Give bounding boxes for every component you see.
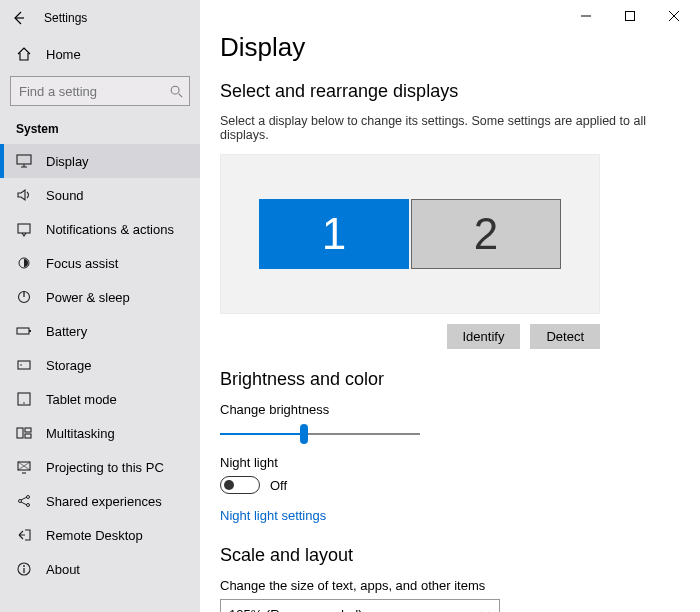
search-input[interactable]: [11, 77, 189, 105]
sidebar-item-label: Tablet mode: [46, 392, 117, 407]
slider-thumb[interactable]: [300, 424, 308, 444]
multitasking-icon: [16, 425, 32, 441]
page-title: Display: [220, 32, 680, 63]
chevron-down-icon: [479, 608, 491, 612]
notifications-icon: [16, 221, 32, 237]
svg-rect-13: [25, 434, 31, 438]
maximize-button[interactable]: [608, 2, 652, 30]
svg-point-19: [23, 565, 25, 567]
display-arrangement-canvas[interactable]: 1 2: [220, 154, 600, 314]
titlebar-left: Settings: [0, 0, 200, 36]
svg-rect-1: [17, 155, 31, 164]
sidebar-item-sound[interactable]: Sound: [0, 178, 200, 212]
svg-rect-20: [626, 12, 635, 21]
window-title: Settings: [44, 11, 87, 25]
display-number: 2: [474, 209, 498, 259]
search-box[interactable]: [10, 76, 190, 106]
svg-rect-11: [17, 428, 23, 438]
sidebar-item-label: Power & sleep: [46, 290, 130, 305]
identify-button[interactable]: Identify: [447, 324, 521, 349]
main-area: Display Select and rearrange displays Se…: [200, 0, 700, 612]
sidebar: Settings Home System DisplaySoundNotific…: [0, 0, 200, 612]
sidebar-item-battery[interactable]: Battery: [0, 314, 200, 348]
svg-point-0: [171, 86, 179, 94]
sidebar-item-label: Notifications & actions: [46, 222, 174, 237]
svg-rect-5: [17, 328, 29, 334]
sidebar-item-label: Storage: [46, 358, 92, 373]
back-button[interactable]: [8, 7, 30, 29]
toggle-knob: [224, 480, 234, 490]
sidebar-item-label: Battery: [46, 324, 87, 339]
sidebar-item-label: Shared experiences: [46, 494, 162, 509]
section-heading-brightness: Brightness and color: [220, 369, 680, 390]
sidebar-item-label: Home: [46, 47, 81, 62]
display-tile-1[interactable]: 1: [259, 199, 409, 269]
svg-rect-12: [25, 428, 31, 432]
svg-rect-6: [29, 330, 31, 332]
about-icon: [16, 561, 32, 577]
page-content: Display Select and rearrange displays Se…: [200, 0, 700, 612]
sidebar-item-label: Display: [46, 154, 89, 169]
svg-rect-2: [18, 224, 30, 233]
shared-icon: [16, 493, 32, 509]
focus-assist-icon: [16, 255, 32, 271]
sidebar-group-label: System: [0, 116, 200, 144]
sidebar-item-tablet-mode[interactable]: Tablet mode: [0, 382, 200, 416]
sidebar-item-shared-experiences[interactable]: Shared experiences: [0, 484, 200, 518]
night-light-toggle[interactable]: [220, 476, 260, 494]
section-heading-scale: Scale and layout: [220, 545, 680, 566]
sound-icon: [16, 187, 32, 203]
slider-fill: [220, 433, 304, 435]
arrange-description: Select a display below to change its set…: [220, 114, 680, 142]
battery-icon: [16, 323, 32, 339]
sidebar-item-label: Focus assist: [46, 256, 118, 271]
power-icon: [16, 289, 32, 305]
display-icon: [16, 153, 32, 169]
search-icon: [169, 84, 183, 98]
storage-icon: [16, 357, 32, 373]
projecting-icon: [16, 459, 32, 475]
sidebar-item-notifications-actions[interactable]: Notifications & actions: [0, 212, 200, 246]
section-heading-arrange: Select and rearrange displays: [220, 81, 680, 102]
sidebar-item-display[interactable]: Display: [0, 144, 200, 178]
tablet-icon: [16, 391, 32, 407]
sidebar-item-storage[interactable]: Storage: [0, 348, 200, 382]
arrange-buttons: Identify Detect: [220, 324, 600, 349]
scale-label: Change the size of text, apps, and other…: [220, 578, 680, 593]
brightness-label: Change brightness: [220, 402, 680, 417]
svg-point-8: [20, 364, 22, 366]
night-light-settings-link[interactable]: Night light settings: [220, 508, 326, 523]
display-tile-2[interactable]: 2: [411, 199, 561, 269]
sidebar-item-label: About: [46, 562, 80, 577]
settings-window: Settings Home System DisplaySoundNotific…: [0, 0, 700, 612]
sidebar-item-power-sleep[interactable]: Power & sleep: [0, 280, 200, 314]
scale-value: 125% (Recommended): [229, 607, 363, 613]
svg-point-10: [23, 402, 25, 404]
night-light-state: Off: [270, 478, 287, 493]
svg-rect-7: [18, 361, 30, 369]
sidebar-item-label: Sound: [46, 188, 84, 203]
sidebar-item-label: Multitasking: [46, 426, 115, 441]
sidebar-item-projecting-to-this-pc[interactable]: Projecting to this PC: [0, 450, 200, 484]
sidebar-item-about[interactable]: About: [0, 552, 200, 586]
sidebar-item-remote-desktop[interactable]: Remote Desktop: [0, 518, 200, 552]
sidebar-item-focus-assist[interactable]: Focus assist: [0, 246, 200, 280]
sidebar-list: DisplaySoundNotifications & actionsFocus…: [0, 144, 200, 586]
brightness-slider[interactable]: [220, 423, 420, 445]
night-light-label: Night light: [220, 455, 680, 470]
sidebar-item-label: Projecting to this PC: [46, 460, 164, 475]
window-controls: [564, 2, 696, 30]
scale-select[interactable]: 125% (Recommended): [220, 599, 500, 612]
display-number: 1: [322, 209, 346, 259]
minimize-button[interactable]: [564, 2, 608, 30]
detect-button[interactable]: Detect: [530, 324, 600, 349]
sidebar-item-multitasking[interactable]: Multitasking: [0, 416, 200, 450]
sidebar-item-label: Remote Desktop: [46, 528, 143, 543]
remote-icon: [16, 527, 32, 543]
night-light-toggle-row: Off: [220, 476, 680, 494]
close-button[interactable]: [652, 2, 696, 30]
sidebar-item-home[interactable]: Home: [0, 36, 200, 72]
home-icon: [16, 46, 32, 62]
